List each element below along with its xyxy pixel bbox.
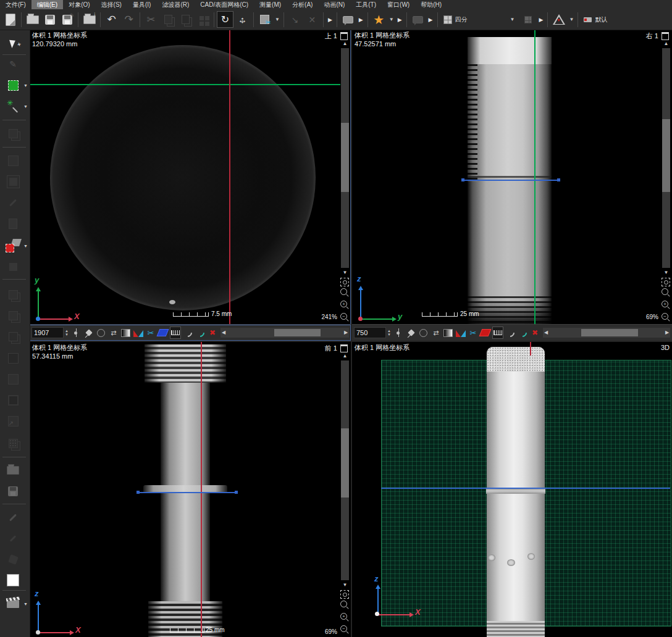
zoom-region-button[interactable] [662, 288, 671, 298]
scrollbar-up-arrow[interactable] [340, 40, 350, 48]
zoom-out-button[interactable] [662, 313, 671, 322]
clip-slice-button[interactable] [468, 327, 479, 339]
vertical-scrollbar-thumb[interactable] [662, 119, 670, 192]
delete-curve-button[interactable] [207, 327, 218, 339]
viewport-right[interactable]: 体积 1 网格坐标系 47.52571 mm 右 1 z y 25 mm 69% [352, 30, 672, 341]
slice-spinner[interactable] [387, 329, 391, 336]
slice-number-input[interactable] [354, 327, 386, 338]
rotate-tool-button[interactable] [217, 11, 233, 28]
spline-tool-button[interactable] [195, 327, 206, 339]
clapper-dropdown[interactable] [23, 595, 30, 612]
ruler-toggle-button[interactable] [170, 327, 181, 339]
scrollbar-down-arrow[interactable] [340, 269, 350, 277]
clip-slice-button[interactable] [145, 327, 156, 339]
layout-combo[interactable]: 四分 [440, 13, 519, 27]
flip-slice-button[interactable] [430, 327, 442, 339]
zoom-out-button[interactable] [340, 313, 350, 322]
slice-spinner[interactable] [65, 329, 69, 336]
slice-slider-button[interactable] [71, 327, 82, 339]
zoom-region-button[interactable] [340, 288, 350, 298]
scrollbar-down-arrow[interactable] [662, 269, 671, 277]
curve-tool-button[interactable] [505, 327, 516, 339]
play-expand-5[interactable] [539, 17, 544, 23]
zoom-in-button[interactable] [662, 301, 671, 310]
undo-button[interactable] [103, 11, 120, 28]
menu-filters[interactable]: 滤波器(R) [156, 0, 195, 10]
fit-view-button[interactable] [662, 278, 670, 286]
layout-dropdown-caret[interactable] [510, 17, 515, 22]
color-swatch[interactable] [2, 572, 24, 589]
vertical-scrollbar-thumb[interactable] [341, 123, 349, 192]
hscroll-thumb[interactable] [581, 329, 639, 336]
clip-dropdown-caret[interactable] [275, 17, 280, 22]
slice-line-green-v[interactable] [534, 30, 536, 325]
preset-combo[interactable]: 默认 [581, 13, 610, 27]
move-tool[interactable] [2, 35, 24, 52]
save-edit-button[interactable] [59, 11, 75, 28]
grayscale-button[interactable] [120, 327, 132, 339]
bookmark-dropdown-caret[interactable] [389, 17, 394, 22]
pan-tool-button[interactable] [234, 11, 251, 28]
slice-line-blue-h[interactable] [381, 488, 670, 489]
hscroll-left-arrow[interactable] [543, 328, 549, 338]
grayscale-button[interactable] [443, 327, 454, 339]
slice-line-green-h[interactable] [30, 84, 340, 85]
ramp-button[interactable] [133, 327, 144, 339]
play-expand-4[interactable] [429, 17, 433, 23]
menu-window[interactable]: 窗口(W) [382, 0, 415, 10]
open-button[interactable] [24, 11, 41, 28]
scrollbar-down-arrow[interactable] [340, 581, 350, 589]
horizontal-scrollbar[interactable] [220, 328, 349, 338]
pyramid-view-button[interactable] [550, 11, 567, 28]
play-expand-1[interactable] [328, 17, 332, 23]
import-button[interactable] [81, 11, 98, 28]
ramp-button[interactable] [455, 327, 466, 339]
menu-help[interactable]: 帮助(H) [415, 0, 447, 10]
viewport-front[interactable]: 体积 1 网格坐标系 57.34115 mm 前 1 z X 25 mm 69% [30, 342, 351, 637]
vertical-scrollbar-thumb[interactable] [341, 428, 349, 498]
ruler-toggle-button[interactable] [492, 327, 503, 339]
extract-roi-dropdown[interactable] [23, 237, 30, 254]
rect-select-tool[interactable] [2, 77, 24, 94]
slice-plane-button[interactable] [158, 327, 169, 339]
hscroll-thumb[interactable] [274, 329, 321, 336]
play-expand-2[interactable] [359, 17, 363, 23]
slice-line-red-v[interactable] [201, 342, 202, 637]
hscroll-left-arrow[interactable] [220, 328, 227, 338]
annotation-button[interactable] [340, 11, 356, 28]
menu-select[interactable]: 选择(S) [96, 0, 127, 10]
zoom-in-button[interactable] [340, 301, 350, 310]
hscroll-right-arrow[interactable] [664, 328, 670, 338]
hscroll-right-arrow[interactable] [343, 328, 349, 338]
slice-number-input[interactable] [32, 327, 64, 338]
menu-measure[interactable]: 测量(M) [254, 0, 287, 10]
horizontal-scrollbar[interactable] [543, 328, 670, 338]
slice-line-blue-h[interactable] [137, 492, 237, 493]
viewport-top[interactable]: 体积 1 网格坐标系 120.79320 mm 上 1 y X 7.5 mm 2… [30, 30, 351, 341]
clip-box-button[interactable] [256, 11, 273, 28]
menu-instruments[interactable]: 量具(I) [127, 0, 156, 10]
extract-roi-tool[interactable] [2, 237, 24, 254]
maximize-viewport-button[interactable] [340, 32, 348, 40]
viewport-3d[interactable]: 体积 1 网格坐标系 3D z X [352, 342, 672, 637]
scrollbar-up-arrow[interactable] [662, 40, 671, 48]
magic-wand-tool[interactable] [2, 98, 24, 115]
rect-select-dropdown[interactable] [23, 77, 30, 94]
pin-slice-button[interactable] [83, 327, 94, 339]
slice-slider-button[interactable] [393, 327, 405, 339]
save-button[interactable] [41, 11, 58, 28]
spin-down-icon[interactable] [65, 333, 69, 336]
zoom-out-button[interactable] [340, 625, 350, 635]
scrollbar-up-arrow[interactable] [340, 352, 350, 360]
fit-view-button[interactable] [340, 590, 349, 599]
menu-tools[interactable]: 工具(T) [350, 0, 382, 10]
menu-analysis[interactable]: 分析(A) [287, 0, 318, 10]
menu-edit[interactable]: 编辑(E) [32, 0, 63, 10]
spin-down-icon[interactable] [387, 333, 391, 336]
flip-slice-button[interactable] [108, 327, 119, 339]
pyramid-dropdown-caret[interactable] [569, 17, 574, 22]
curve-tool-button[interactable] [182, 327, 193, 339]
animation-clapper-tool[interactable] [2, 595, 24, 612]
layout-alt-button[interactable] [520, 11, 537, 28]
maximize-viewport-button[interactable] [340, 344, 348, 352]
